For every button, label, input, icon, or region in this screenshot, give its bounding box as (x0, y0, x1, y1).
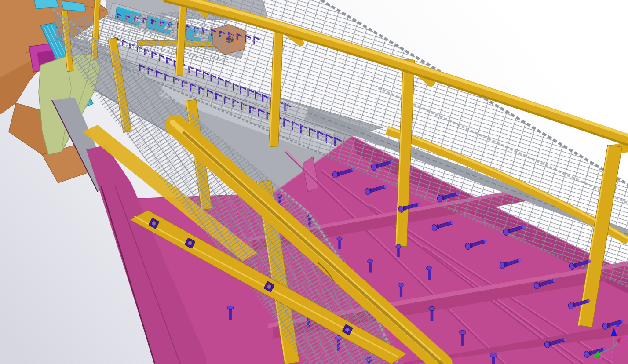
anchor-bolt-head[interactable] (368, 259, 373, 263)
anchor-bolt-head[interactable] (398, 283, 404, 287)
anchor-bolt-head[interactable] (427, 266, 432, 270)
anchor-bolt-head[interactable] (429, 306, 435, 310)
cad-viewport[interactable]: z (0, 0, 628, 364)
model-viewport-canvas[interactable]: z (0, 0, 628, 364)
anchor-bolt-head[interactable] (396, 244, 401, 248)
anchor-bolt-head[interactable] (227, 306, 234, 309)
anchor-bolt-head[interactable] (460, 330, 466, 335)
anchor-bolt-head[interactable] (337, 237, 342, 240)
anchor-bolt-head[interactable] (490, 353, 497, 357)
